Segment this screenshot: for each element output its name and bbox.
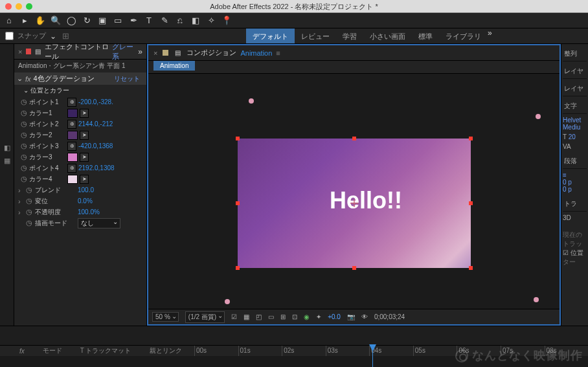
font-weight-field[interactable]: Mediu <box>563 124 587 131</box>
show-snapshot-icon[interactable]: 👁 <box>361 313 368 320</box>
point1-value[interactable]: -200.0,-328. <box>78 98 113 106</box>
stopwatch-icon[interactable]: ◷ <box>21 153 27 161</box>
stopwatch-icon[interactable]: ◷ <box>21 98 27 106</box>
color2-swatch[interactable] <box>67 131 78 140</box>
guides-icon[interactable]: ⊡ <box>292 313 297 320</box>
selection-handle[interactable] <box>236 266 240 270</box>
workspace-tab-learn[interactable]: 学習 <box>336 28 363 43</box>
eyedropper-icon[interactable]: ➤ <box>80 175 89 184</box>
type-tool-icon[interactable]: T <box>144 16 154 26</box>
indent-field-2[interactable]: 0 p <box>563 186 587 193</box>
gradient-point-handle[interactable] <box>225 299 230 304</box>
color1-swatch[interactable] <box>67 109 78 118</box>
color4-swatch[interactable] <box>67 175 78 184</box>
group-position-colors[interactable]: ⌄ 位置とカラー <box>14 85 146 96</box>
workspace-tab-small[interactable]: 小さい画面 <box>363 28 412 43</box>
font-family-field[interactable]: Helvet <box>563 117 587 124</box>
zoom-tool-icon[interactable]: 🔍 <box>51 16 61 26</box>
workspace-overflow-icon[interactable]: » <box>488 28 492 43</box>
shape-tool-icon[interactable]: ▭ <box>113 16 123 26</box>
blend-value[interactable]: 100.0 <box>78 186 94 194</box>
eraser-tool-icon[interactable]: ◧ <box>190 16 201 26</box>
text-layer[interactable]: Hello!! <box>330 187 402 214</box>
snapshot-icon[interactable]: 📷 <box>347 313 355 320</box>
mask-toggle-icon[interactable]: ◰ <box>256 313 262 320</box>
roi-icon[interactable]: ▭ <box>268 313 274 320</box>
layer-panel-tab2[interactable]: レイヤ <box>563 82 587 96</box>
panel-menu-icon[interactable]: ▤ <box>34 47 42 57</box>
workspace-tab-library[interactable]: ライブラリ <box>439 28 488 43</box>
effect-header[interactable]: ⌄ fx 4色グラデーション リセット <box>14 72 146 85</box>
gradient-point-handle[interactable] <box>536 114 541 119</box>
workspace-tab-review[interactable]: レビュー <box>295 28 336 43</box>
fx-badge-icon[interactable]: fx <box>25 75 31 83</box>
clone-tool-icon[interactable]: ⎌ <box>175 16 185 26</box>
effect-toggle-icon[interactable]: ⌄ <box>17 74 23 83</box>
tracker-position[interactable]: ☑ 位置 <box>563 249 587 258</box>
crosshair-icon[interactable]: ⊕ <box>67 142 76 151</box>
strip-icon-2[interactable]: ▦ <box>2 157 12 167</box>
magnet-icon[interactable]: ⊞ <box>60 31 71 41</box>
crosshair-icon[interactable]: ⊕ <box>67 98 76 107</box>
opacity-value[interactable]: 100.0% <box>78 208 100 216</box>
exposure-value[interactable]: +0.0 <box>328 313 341 320</box>
workspace-tab-default[interactable]: デフォルト <box>246 28 295 43</box>
effect-reset-link[interactable]: リセット <box>114 74 140 83</box>
stopwatch-icon[interactable]: ◷ <box>21 142 27 150</box>
hand-tool-icon[interactable]: ✋ <box>35 16 45 26</box>
grid-icon[interactable]: ⊞ <box>280 313 286 320</box>
crosshair-icon[interactable]: ⊕ <box>67 120 76 129</box>
brush-tool-icon[interactable]: ✎ <box>159 16 170 26</box>
fast-preview-icon[interactable]: ☑ <box>231 313 237 320</box>
col-parent[interactable]: 親とリンク <box>150 346 182 355</box>
eyedropper-icon[interactable]: ➤ <box>80 109 89 118</box>
stopwatch-icon[interactable]: ◷ <box>21 131 27 139</box>
snap-checkbox[interactable] <box>5 32 14 40</box>
timecode-display[interactable]: 0;00;03;24 <box>374 313 405 320</box>
channel-icon[interactable]: ◉ <box>304 313 310 320</box>
minimize-window-icon[interactable] <box>16 3 22 10</box>
workspace-tab-standard[interactable]: 標準 <box>412 28 439 43</box>
zoom-dropdown[interactable]: 50 % <box>152 312 179 322</box>
reset-exposure-icon[interactable]: ✦ <box>316 313 321 320</box>
panel-overflow-icon[interactable]: » <box>138 47 142 56</box>
stopwatch-icon[interactable]: ◷ <box>21 175 27 183</box>
zoom-window-icon[interactable] <box>26 3 32 10</box>
anchor-point-icon[interactable] <box>350 199 358 207</box>
selection-handle[interactable] <box>236 201 240 205</box>
roto-tool-icon[interactable]: ✧ <box>206 16 216 26</box>
selection-handle[interactable] <box>352 266 356 270</box>
transparency-grid-icon[interactable]: ▦ <box>243 313 249 320</box>
selection-tool-icon[interactable]: ▸ <box>19 16 30 26</box>
tracker-panel-tab[interactable]: トラ <box>563 197 587 212</box>
gradient-point-handle[interactable] <box>249 98 254 104</box>
snap-chevron-icon[interactable]: ⌄ <box>50 32 56 41</box>
rotate-tool-icon[interactable]: ↻ <box>82 16 92 26</box>
group-twirl-icon[interactable]: ⌄ <box>23 87 30 94</box>
point4-value[interactable]: 2192.0,1308 <box>78 164 115 172</box>
font-size-field[interactable]: T 20 <box>563 133 587 140</box>
eyedropper-icon[interactable]: ➤ <box>80 153 89 162</box>
home-icon[interactable]: ⌂ <box>4 16 14 26</box>
composition-viewport[interactable]: Hello!! <box>148 74 560 309</box>
stopwatch-icon[interactable]: ◷ <box>21 120 27 128</box>
selection-handle[interactable] <box>469 266 473 270</box>
point2-value[interactable]: 2144.0,-212 <box>78 120 113 128</box>
stopwatch-icon[interactable]: ◷ <box>26 219 32 227</box>
comp-canvas[interactable]: Hello!! <box>238 139 471 268</box>
stopwatch-icon[interactable]: ◷ <box>26 197 32 205</box>
stopwatch-icon[interactable]: ◷ <box>26 208 32 216</box>
selection-handle[interactable] <box>469 201 473 205</box>
strip-icon-1[interactable]: ◧ <box>2 144 12 154</box>
close-window-icon[interactable] <box>5 3 12 10</box>
comp-menu-icon[interactable]: ▤ <box>172 48 183 58</box>
puppet-tool-icon[interactable]: 📍 <box>221 16 232 26</box>
resolution-dropdown[interactable]: (1/2 画質) <box>185 311 225 323</box>
fx-column-icon[interactable]: fx <box>19 348 25 355</box>
col-trackmatte[interactable]: T トラックマット <box>80 346 131 355</box>
crosshair-icon[interactable]: ⊕ <box>67 164 76 173</box>
selection-handle[interactable] <box>352 137 356 140</box>
twirl-icon[interactable]: › <box>18 197 23 205</box>
stopwatch-icon[interactable]: ◷ <box>26 186 32 194</box>
blend-mode-dropdown[interactable]: なし <box>78 218 120 228</box>
